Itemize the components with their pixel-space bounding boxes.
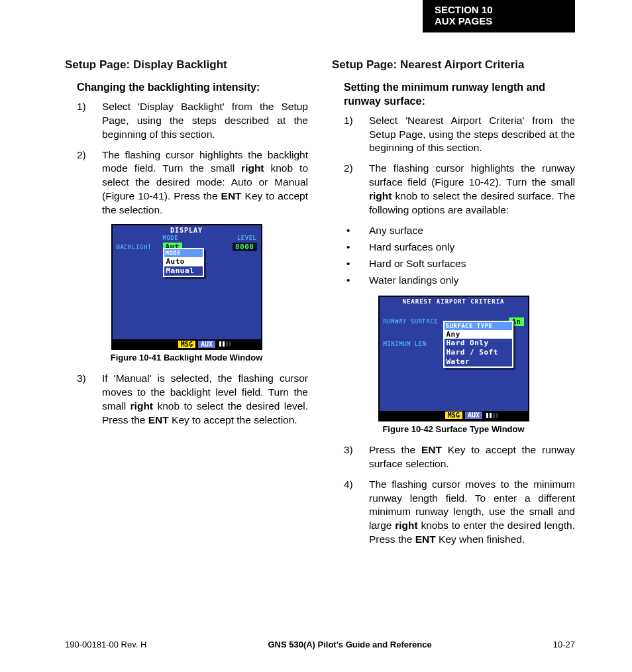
right-step-1: 1) Select 'Nearest Airport Criteria' fro… [344,114,575,156]
step-number: 3) [77,372,86,386]
gps-status-bar: MSG AUX [380,411,528,420]
right-column: Setup Page: Nearest Airport Criteria Set… [332,58,575,553]
bullet-hard: •Hard surfaces only [344,241,575,254]
right-step-2: 2) The flashing cursor highlights the ru… [344,162,575,217]
right-step-3: 3) Press the ENT Key to accept the runwa… [344,443,575,471]
left-column: Setup Page: Display Backlight Changing t… [65,58,308,553]
msg-indicator: MSG [445,412,462,419]
gps-title: DISPLAY [113,225,261,235]
surface-popup: SURFACE TYPE Any Hard Only Hard / Soft W… [443,321,513,368]
right-step-4: 4) The flashing cursor moves to the mini… [344,478,575,547]
section-tab: SECTION 10 AUX PAGES [423,0,575,32]
bullet-icon: • [346,274,350,288]
gps-col-mode: MODE [163,235,203,241]
step-text: The flashing cursor moves to the minimum… [369,478,575,545]
footer-title: GNS 530(A) Pilot's Guide and Reference [268,640,431,649]
bullet-icon: • [346,224,350,238]
left-heading: Setup Page: Display Backlight [65,58,308,72]
step-number: 1) [344,114,353,128]
left-step-1: 1) Select 'Display Backlight' from the S… [77,100,308,142]
msg-indicator: MSG [178,341,195,348]
figure-10-42: NEAREST AIRPORT CRITERIA RUNWAY SURFACE … [378,296,529,421]
step-number: 4) [344,478,353,492]
left-subheading: Changing the backlighting intensity: [77,81,308,95]
right-heading: Setup Page: Nearest Airport Criteria [332,58,575,72]
step-number: 2) [77,148,86,162]
step-text: The flashing cursor highlights the backl… [102,149,308,216]
step-number: 2) [344,162,353,176]
step-text: Select 'Display Backlight' from the Setu… [102,101,308,140]
footer-page: 10-27 [553,640,575,649]
popup-header: SURFACE TYPE [445,322,512,330]
level-value: 8000 [233,243,257,251]
left-step-3: 3) If 'Manual' is selected, the flashing… [77,372,308,427]
page-dots [486,413,498,418]
page-dots [219,341,231,347]
popup-opt-any: Any [445,330,512,339]
popup-opt-hardsoft: Hard / Soft [445,348,512,357]
right-subheading: Setting the minimum runway length and ru… [344,81,575,109]
aux-indicator: AUX [198,341,215,348]
left-step-2: 2) The flashing cursor highlights the ba… [77,148,308,218]
page-footer: 190-00181-00 Rev. H GNS 530(A) Pilot's G… [65,640,575,649]
bullet-water: •Water landings only [344,274,575,288]
gps-title: NEAREST AIRPORT CRITERIA [380,297,528,306]
content-area: Setup Page: Display Backlight Changing t… [65,58,575,553]
gps-status-bar: MSG AUX [113,339,261,349]
figure-10-41: DISPLAY MODE LEVEL BACKLIGHT Aut 8000 MO… [111,224,262,350]
bullet-any: •Any surface [344,224,575,238]
row-label: MINIMUM LEN [384,341,443,347]
step-text: If 'Manual' is selected, the flashing cu… [102,372,308,425]
gps-col-level: LEVEL [237,235,257,241]
bullet-icon: • [346,257,350,271]
aux-indicator: AUX [465,412,482,419]
popup-opt-water: Water [445,357,512,366]
step-number: 3) [344,443,353,457]
step-text: The flashing cursor highlights the runwa… [369,162,575,215]
gps-screen: NEAREST AIRPORT CRITERIA RUNWAY SURFACE … [380,297,528,411]
popup-opt-auto: Auto [164,257,203,266]
section-tab-line1: SECTION 10 [435,4,563,15]
figure-10-42-caption: Figure 10-42 Surface Type Window [332,424,575,434]
section-tab-line2: AUX PAGES [435,15,563,27]
popup-header: MODE [164,249,203,257]
popup-opt-hard: Hard Only [445,339,512,348]
mode-popup: MODE Auto Manual [163,248,204,277]
gps-screen: DISPLAY MODE LEVEL BACKLIGHT Aut 8000 MO… [113,225,261,339]
step-text: Select 'Nearest Airport Criteria' from t… [369,115,575,154]
bullet-hard-soft: •Hard or Soft surfaces [344,257,575,271]
footer-rev: 190-00181-00 Rev. H [65,640,146,649]
step-number: 1) [77,100,86,114]
bullet-icon: • [346,241,350,254]
figure-10-41-caption: Figure 10-41 Backlight Mode Window [65,353,308,363]
gps-header-row: MODE LEVEL [113,235,261,241]
popup-opt-manual: Manual [164,266,203,276]
step-text: Press the ENT Key to accept the runway s… [369,444,575,469]
row-label: BACKLIGHT [117,244,163,251]
